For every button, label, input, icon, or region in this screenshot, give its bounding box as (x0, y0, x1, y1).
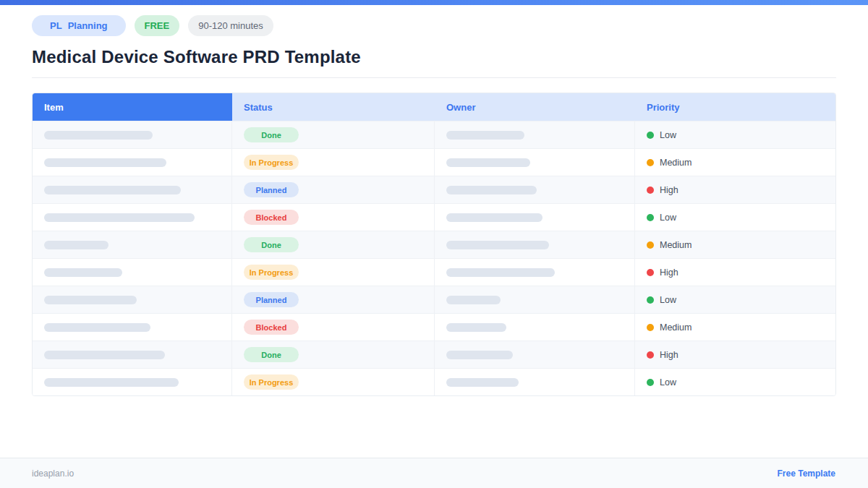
table-row: Done High (33, 341, 835, 368)
column-header-owner: Owner (435, 93, 635, 121)
item-cell (33, 121, 232, 148)
priority-cell: Medium (635, 231, 835, 258)
owner-placeholder-bar (446, 323, 506, 332)
top-accent-strip (0, 0, 868, 5)
owner-cell (435, 314, 635, 341)
status-cell: In Progress (232, 149, 435, 176)
owner-placeholder-bar (446, 131, 524, 140)
status-cell: In Progress (232, 369, 435, 395)
item-placeholder-bar (44, 268, 122, 277)
badge-row: PL Planning FREE 90-120 minutes (32, 15, 836, 36)
category-badge: PL Planning (32, 15, 126, 36)
priority-cell: Low (635, 121, 835, 148)
owner-placeholder-bar (446, 241, 549, 249)
title-divider (32, 77, 836, 78)
table-row: Blocked Low (33, 203, 835, 231)
priority-cell: High (635, 341, 835, 368)
item-placeholder-bar (44, 131, 153, 140)
status-cell: Blocked (232, 314, 435, 341)
owner-placeholder-bar (446, 268, 555, 277)
item-cell (33, 341, 232, 368)
column-header-priority: Priority (635, 93, 835, 121)
item-cell (33, 176, 232, 203)
owner-cell (435, 369, 635, 395)
status-badge: In Progress (244, 374, 299, 390)
item-cell (33, 369, 232, 395)
owner-cell (435, 176, 635, 203)
page-title: Medical Device Software PRD Template (32, 47, 836, 67)
priority-label: Medium (660, 240, 692, 250)
status-badge: Planned (244, 292, 299, 307)
footer-free-template-link[interactable]: Free Template (778, 468, 835, 479)
status-badge: In Progress (244, 265, 299, 280)
item-cell (33, 259, 232, 286)
owner-placeholder-bar (446, 213, 542, 222)
footer: ideaplan.io Free Template (0, 458, 868, 488)
table-header-row: Item Status Owner Priority (33, 93, 835, 121)
item-placeholder-bar (44, 158, 166, 167)
item-placeholder-bar (44, 241, 109, 249)
status-cell: Done (232, 341, 435, 368)
status-cell: Done (232, 231, 435, 258)
priority-cell: Low (635, 286, 835, 313)
priority-dot-icon (647, 351, 654, 359)
priority-dot-icon (647, 269, 654, 276)
priority-label: Medium (660, 158, 692, 168)
table-row: Done Medium (33, 231, 835, 258)
priority-label: High (660, 350, 678, 360)
table-row: Planned Low (33, 286, 835, 313)
owner-placeholder-bar (446, 158, 530, 167)
status-cell: Planned (232, 176, 435, 203)
priority-dot-icon (647, 241, 654, 249)
priority-label: High (660, 185, 678, 195)
priority-cell: High (635, 176, 835, 203)
footer-brand: ideaplan.io (32, 468, 74, 479)
owner-placeholder-bar (446, 186, 537, 194)
status-badge: Blocked (244, 210, 299, 225)
priority-cell: Medium (635, 314, 835, 341)
status-cell: In Progress (232, 259, 435, 286)
prd-table: Item Status Owner Priority Done Low In P… (32, 93, 836, 396)
duration-badge: 90-120 minutes (188, 15, 273, 36)
priority-label: Low (660, 130, 676, 140)
owner-cell (435, 259, 635, 286)
status-badge: Done (244, 127, 299, 142)
priority-label: Low (660, 295, 676, 305)
owner-placeholder-bar (446, 351, 513, 359)
table-row: Blocked Medium (33, 313, 835, 341)
table-row: In Progress Low (33, 368, 835, 395)
free-badge: FREE (135, 15, 180, 36)
owner-placeholder-bar (446, 296, 501, 304)
status-badge: In Progress (244, 155, 299, 170)
owner-cell (435, 231, 635, 258)
item-placeholder-bar (44, 323, 150, 332)
priority-cell: Low (635, 369, 835, 395)
table-body: Done Low In Progress Medium Planned (33, 121, 835, 395)
item-cell (33, 231, 232, 258)
owner-placeholder-bar (446, 378, 519, 387)
status-cell: Planned (232, 286, 435, 313)
priority-dot-icon (647, 187, 654, 194)
column-header-status: Status (232, 93, 435, 121)
priority-label: High (660, 267, 678, 278)
status-cell: Done (232, 121, 435, 148)
column-header-item: Item (33, 93, 232, 121)
owner-cell (435, 149, 635, 176)
category-badge-prefix: PL (50, 20, 62, 31)
item-cell (33, 204, 232, 231)
status-badge: Planned (244, 182, 299, 197)
table-row: Done Low (33, 121, 835, 148)
priority-dot-icon (647, 214, 654, 221)
priority-cell: Medium (635, 149, 835, 176)
priority-cell: High (635, 259, 835, 286)
item-placeholder-bar (44, 186, 181, 194)
item-placeholder-bar (44, 296, 137, 304)
item-cell (33, 314, 232, 341)
owner-cell (435, 341, 635, 368)
item-placeholder-bar (44, 351, 165, 359)
owner-cell (435, 204, 635, 231)
item-placeholder-bar (44, 378, 179, 387)
page-content: PL Planning FREE 90-120 minutes Medical … (0, 15, 868, 396)
priority-dot-icon (647, 296, 654, 304)
status-badge: Blocked (244, 320, 299, 335)
